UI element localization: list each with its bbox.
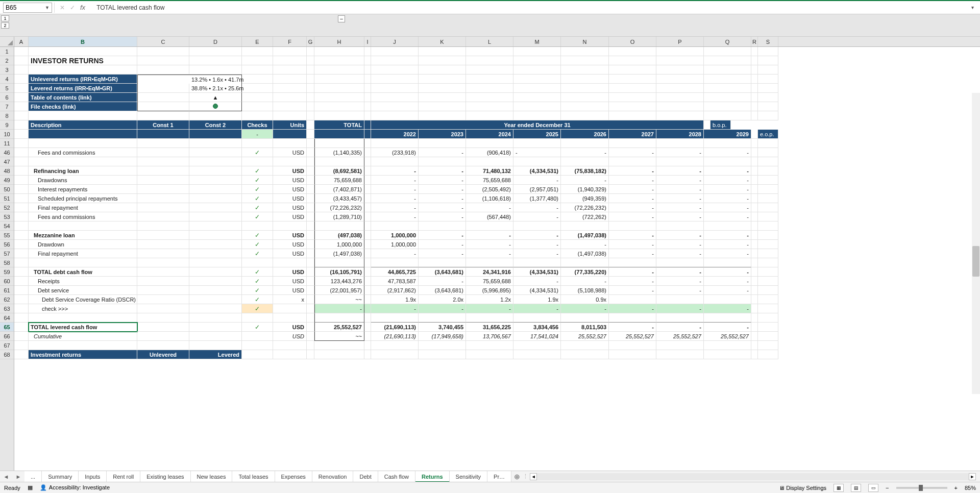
kpi-checks-label[interactable]: File checks (link): [29, 102, 137, 111]
row-header[interactable]: 68: [0, 350, 14, 359]
row-header[interactable]: 9: [0, 120, 14, 130]
vertical-scrollbar[interactable]: [972, 93, 980, 394]
formula-input[interactable]: TOTAL levered cash flow: [92, 4, 966, 11]
view-normal-button[interactable]: ▦: [834, 484, 844, 492]
sheet-tab[interactable]: Existing leases: [140, 471, 190, 482]
sheet-tab[interactable]: New leases: [191, 471, 233, 482]
selected-cell[interactable]: TOTAL levered cash flow: [29, 323, 137, 332]
row-header[interactable]: 59: [0, 267, 14, 277]
row-header[interactable]: 65: [0, 323, 14, 332]
sheet-tab[interactable]: Inputs: [79, 471, 107, 482]
col-header[interactable]: J: [371, 37, 419, 46]
row-header[interactable]: 46: [0, 148, 14, 157]
row-header[interactable]: 49: [0, 176, 14, 185]
col-header[interactable]: H: [314, 37, 364, 46]
hscroll-right-icon[interactable]: ►: [969, 473, 976, 480]
sheet-tab[interactable]: Expenses: [275, 471, 312, 482]
col-header[interactable]: F: [273, 37, 307, 46]
row-header[interactable]: 7: [0, 102, 14, 111]
horizontal-scrollbar[interactable]: ◄ ►: [530, 473, 976, 480]
row-header[interactable]: 57: [0, 249, 14, 258]
row-header[interactable]: 47: [0, 157, 14, 166]
col-header[interactable]: E: [242, 37, 273, 46]
row-header[interactable]: 5: [0, 84, 14, 93]
outline-collapse-toggle[interactable]: –: [338, 15, 345, 22]
row-header[interactable]: 60: [0, 277, 14, 286]
tab-nav-next[interactable]: ►: [12, 474, 24, 480]
row-header[interactable]: 1: [0, 47, 14, 56]
sheet-tab[interactable]: Debt: [353, 471, 378, 482]
col-header[interactable]: B: [29, 37, 137, 46]
col-header[interactable]: I: [364, 37, 371, 46]
row-header[interactable]: 48: [0, 166, 14, 176]
row-header[interactable]: 52: [0, 203, 14, 212]
col-header[interactable]: L: [466, 37, 513, 46]
col-header[interactable]: M: [513, 37, 561, 46]
row-header[interactable]: 2: [0, 56, 14, 65]
sheet-tab[interactable]: Sensitivity: [450, 471, 488, 482]
zoom-out-button[interactable]: −: [886, 485, 889, 491]
col-header[interactable]: A: [14, 37, 29, 46]
row-header[interactable]: 58: [0, 258, 14, 267]
add-sheet-button[interactable]: ⊕: [511, 473, 523, 481]
row-header[interactable]: 51: [0, 194, 14, 203]
sheet-tab[interactable]: Rent roll: [107, 471, 140, 482]
outline-level-2[interactable]: 2: [1, 22, 9, 29]
name-box[interactable]: B65 ▼: [3, 3, 52, 13]
row-header[interactable]: 64: [0, 313, 14, 323]
col-header[interactable]: Q: [704, 37, 751, 46]
outline-level-1[interactable]: 1: [1, 15, 9, 21]
sheet-tab[interactable]: Summary: [42, 471, 79, 482]
zoom-in-button[interactable]: +: [954, 485, 958, 491]
row-header[interactable]: 8: [0, 111, 14, 120]
accessibility-status[interactable]: 👤Accessibility: Investigate: [40, 484, 110, 491]
col-header[interactable]: K: [419, 37, 466, 46]
hscroll-left-icon[interactable]: ◄: [530, 473, 537, 480]
col-header[interactable]: D: [189, 37, 242, 46]
col-header[interactable]: G: [307, 37, 314, 46]
accept-icon[interactable]: ✓: [70, 4, 75, 11]
sheet-tab[interactable]: Pr…: [487, 471, 511, 482]
col-header[interactable]: N: [561, 37, 609, 46]
zoom-knob[interactable]: [919, 485, 923, 491]
col-header[interactable]: C: [137, 37, 189, 46]
col-header[interactable]: P: [656, 37, 704, 46]
tab-overflow[interactable]: ...: [24, 471, 42, 482]
display-settings[interactable]: 🖥 Display Settings: [779, 485, 826, 491]
row-header[interactable]: 55: [0, 231, 14, 240]
row-header[interactable]: 54: [0, 221, 14, 231]
row-header[interactable]: 50: [0, 185, 14, 194]
row-header[interactable]: 56: [0, 240, 14, 249]
tab-nav-prev[interactable]: ◄: [0, 474, 12, 480]
fx-icon[interactable]: fx: [80, 4, 85, 11]
row-header[interactable]: 3: [0, 65, 14, 75]
sheet-tab[interactable]: Total leases: [232, 471, 275, 482]
macro-record-icon[interactable]: ▦: [28, 484, 33, 491]
zoom-level[interactable]: 85%: [965, 485, 976, 491]
view-pagebreak-button[interactable]: ▭: [868, 484, 878, 492]
formula-expand-icon[interactable]: ▾: [968, 5, 977, 10]
zoom-slider[interactable]: [896, 487, 947, 489]
col-header[interactable]: S: [758, 37, 778, 46]
row-header[interactable]: 66: [0, 332, 14, 341]
row-header[interactable]: 62: [0, 295, 14, 304]
col-header[interactable]: R: [751, 37, 758, 46]
view-layout-button[interactable]: ▤: [851, 484, 861, 492]
kpi-toc-label[interactable]: Table of contents (link): [29, 93, 137, 102]
row-header[interactable]: 61: [0, 286, 14, 295]
name-box-dropdown-icon[interactable]: ▼: [45, 5, 50, 10]
row-header[interactable]: 53: [0, 212, 14, 221]
sheet-tab-active[interactable]: Returns: [415, 471, 450, 482]
row-header[interactable]: 11: [0, 139, 14, 148]
cancel-icon[interactable]: ✕: [60, 4, 65, 11]
up-triangle-icon[interactable]: ▲: [189, 93, 242, 102]
row-header[interactable]: 4: [0, 75, 14, 84]
scrollbar-thumb[interactable]: [972, 246, 979, 277]
row-header[interactable]: 6: [0, 93, 14, 102]
row-header[interactable]: 67: [0, 341, 14, 350]
row-header[interactable]: 63: [0, 304, 14, 313]
sheet-tab[interactable]: Renovation: [312, 471, 354, 482]
sheet-tab[interactable]: Cash flow: [378, 471, 415, 482]
col-header[interactable]: O: [609, 37, 656, 46]
row-header[interactable]: 10: [0, 130, 14, 139]
